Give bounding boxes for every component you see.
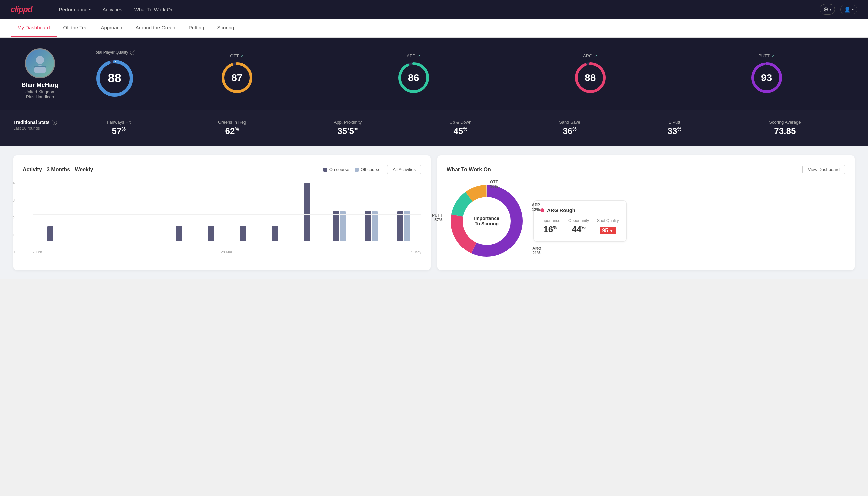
info-icon: ? xyxy=(130,50,135,55)
tab-around-the-green[interactable]: Around the Green xyxy=(129,19,182,37)
tab-putting[interactable]: Putting xyxy=(182,19,211,37)
ott-ring: 87 xyxy=(221,61,254,94)
top-nav: clippd Performance ▾ Activities What To … xyxy=(0,0,868,19)
bar-group-5 xyxy=(164,226,194,241)
view-dashboard-button[interactable]: View Dashboard xyxy=(802,165,845,174)
donut-ann-ott: OTT 10% xyxy=(490,180,498,189)
bar-off-course xyxy=(340,211,346,241)
stat-up-and-down: Up & Down 45% xyxy=(449,120,471,136)
x-label-mid: 28 Mar xyxy=(221,250,232,254)
stat-1-putt: 1 Putt 33% xyxy=(668,120,681,136)
shot-quality-badge: 95 ▼ xyxy=(600,227,616,234)
chart-grid xyxy=(33,181,421,248)
putt-trend: ↗ xyxy=(771,53,775,58)
detail-card: ARG Rough Importance 16% Opportunity 44% xyxy=(533,200,627,242)
activity-card: Activity - 3 Months - Weekly On course O… xyxy=(13,155,431,270)
total-score-value: 88 xyxy=(108,71,121,85)
off-course-dot xyxy=(355,168,359,172)
detail-card-title: ARG Rough xyxy=(540,207,619,213)
ott-score: 87 xyxy=(232,72,242,83)
chart-wrapper: 4 3 2 1 0 xyxy=(23,181,421,254)
donut-ann-arg: ARG 21% xyxy=(532,246,541,255)
tabs-bar: My Dashboard Off the Tee Approach Around… xyxy=(0,19,868,37)
bar-on-course xyxy=(304,183,311,241)
bar-group-6 xyxy=(196,226,226,241)
x-label-end: 9 May xyxy=(411,250,421,254)
player-country: United Kingdom xyxy=(25,89,56,94)
trad-stats-sublabel: Last 20 rounds xyxy=(13,126,57,130)
total-score-ring: 88 xyxy=(95,58,135,98)
bar-group-9 xyxy=(292,183,322,241)
player-info: Blair McHarg United Kingdom Plus Handica… xyxy=(13,48,80,99)
bar-on-course xyxy=(240,226,246,241)
avatar xyxy=(25,48,55,78)
chevron-down-icon: ▾ xyxy=(830,7,831,11)
donut-wrapper: Importance To Scoring OTT 10% APP 12% xyxy=(447,181,526,261)
nav-links: Performance ▾ Activities What To Work On xyxy=(59,7,174,12)
putt-ring: 93 xyxy=(750,61,784,94)
app-score: 86 xyxy=(408,72,419,83)
tab-off-the-tee[interactable]: Off the Tee xyxy=(57,19,94,37)
stat-sand-save: Sand Save 36% xyxy=(559,120,580,136)
chart-x-labels: 7 Feb 28 Mar 9 May xyxy=(33,248,421,254)
bar-on-course xyxy=(397,211,404,241)
metric-shot-quality: Shot Quality 95 ▼ xyxy=(597,218,618,234)
legend-on-course: On course xyxy=(323,167,349,172)
bar-off-course xyxy=(372,211,378,241)
what-to-work-on-card: What To Work On View Dashboard xyxy=(437,155,855,270)
detail-dot xyxy=(540,208,544,212)
nav-activities[interactable]: Activities xyxy=(102,7,122,12)
wtwo-inner: Importance To Scoring OTT 10% APP 12% xyxy=(447,181,845,261)
svg-point-0 xyxy=(36,56,44,64)
bar-off-course xyxy=(404,211,410,241)
bar-group-12 xyxy=(389,211,419,241)
info-icon-stats: ? xyxy=(52,120,57,125)
bar-on-course xyxy=(272,226,278,241)
add-button[interactable]: ⊕ ▾ xyxy=(820,4,835,15)
bar-group-1 xyxy=(35,226,65,241)
ott-trend: ↗ xyxy=(240,53,244,58)
score-app: APP ↗ 86 xyxy=(325,53,502,94)
score-putt: PUTT ↗ 93 xyxy=(678,53,855,94)
putt-score: 93 xyxy=(761,72,772,83)
score-ott: OTT ↗ 87 xyxy=(148,53,325,94)
tab-scoring[interactable]: Scoring xyxy=(211,19,241,37)
tab-my-dashboard[interactable]: My Dashboard xyxy=(11,19,57,37)
traditional-stats-group: Traditional Stats ? Last 20 rounds xyxy=(13,120,57,130)
arg-trend: ↗ xyxy=(594,53,597,58)
bar-on-course xyxy=(333,211,339,241)
chart-bars xyxy=(33,181,421,241)
logo-text: clippd xyxy=(11,5,32,14)
plus-icon: ⊕ xyxy=(823,6,828,13)
ott-label: OTT xyxy=(230,53,239,58)
donut-ann-putt: PUTT 57% xyxy=(432,213,442,222)
app-label: APP xyxy=(407,53,415,58)
bar-on-course xyxy=(47,226,53,241)
bar-group-8 xyxy=(260,226,290,241)
user-menu[interactable]: 👤 ▾ xyxy=(840,5,857,14)
legend-off-course: Off course xyxy=(355,167,381,172)
bar-on-course xyxy=(176,226,182,241)
logo[interactable]: clippd xyxy=(11,5,32,14)
metric-opportunity: Opportunity 44% xyxy=(568,218,589,234)
arg-score: 88 xyxy=(585,72,596,83)
total-quality-label: Total Player Quality xyxy=(94,50,128,55)
tab-approach[interactable]: Approach xyxy=(94,19,129,37)
arrow-down-icon: ▼ xyxy=(609,228,614,233)
nav-what-to-work-on[interactable]: What To Work On xyxy=(134,7,174,12)
hero-section: Blair McHarg United Kingdom Plus Handica… xyxy=(0,37,868,110)
all-activities-button[interactable]: All Activities xyxy=(387,165,421,174)
on-course-dot xyxy=(323,168,327,172)
wtwo-title: What To Work On xyxy=(447,167,491,173)
chart-area: 7 Feb 28 Mar 9 May xyxy=(33,181,421,254)
scores-section: OTT ↗ 87 APP ↗ xyxy=(148,53,855,94)
app-ring: 86 xyxy=(397,61,430,94)
chart-y-labels: 4 3 2 1 0 xyxy=(13,181,15,254)
bar-group-11 xyxy=(357,211,386,241)
player-handicap: Plus Handicap xyxy=(26,94,54,99)
player-name: Blair McHarg xyxy=(21,82,58,89)
detail-metrics: Importance 16% Opportunity 44% Shot Qual… xyxy=(540,218,619,234)
wtwo-header: What To Work On View Dashboard xyxy=(447,165,845,174)
activity-chart-title: Activity - 3 Months - Weekly xyxy=(23,167,93,173)
nav-performance[interactable]: Performance ▾ xyxy=(59,7,91,12)
